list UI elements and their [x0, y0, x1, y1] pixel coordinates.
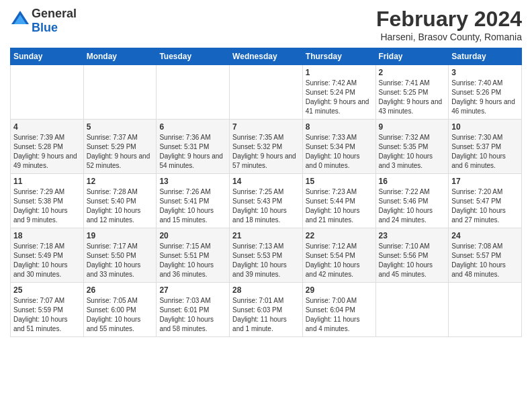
calendar-cell: 17 Sunrise: 7:20 AMSunset: 5:47 PMDaylig…	[449, 174, 522, 228]
weekday-header-monday: Monday	[83, 48, 157, 65]
day-number: 26	[87, 285, 154, 295]
day-number: 14	[232, 177, 300, 186]
calendar-cell: 16 Sunrise: 7:22 AMSunset: 5:46 PMDaylig…	[375, 174, 449, 228]
calendar-cell: 6 Sunrise: 7:36 AMSunset: 5:31 PMDayligh…	[157, 120, 230, 174]
day-detail: Sunrise: 7:41 AMSunset: 5:25 PMDaylight:…	[379, 79, 446, 116]
day-number: 3	[451, 68, 519, 77]
day-detail: Sunrise: 7:40 AMSunset: 5:26 PMDaylight:…	[451, 79, 519, 116]
day-detail: Sunrise: 7:39 AMSunset: 5:28 PMDaylight:…	[13, 133, 81, 171]
day-detail: Sunrise: 7:28 AMSunset: 5:40 PMDaylight:…	[87, 187, 154, 225]
week-row-1: 1 Sunrise: 7:42 AMSunset: 5:24 PMDayligh…	[11, 65, 522, 120]
week-row-4: 18 Sunrise: 7:18 AMSunset: 5:49 PMDaylig…	[11, 228, 522, 283]
day-detail: Sunrise: 7:12 AMSunset: 5:54 PMDaylight:…	[306, 242, 373, 279]
day-number: 20	[159, 231, 226, 240]
calendar-cell: 5 Sunrise: 7:37 AMSunset: 5:29 PMDayligh…	[83, 120, 157, 174]
calendar-cell: 21 Sunrise: 7:13 AMSunset: 5:53 PMDaylig…	[230, 228, 303, 283]
day-detail: Sunrise: 7:37 AMSunset: 5:29 PMDaylight:…	[87, 133, 154, 171]
day-number: 7	[232, 122, 300, 132]
day-number: 18	[13, 231, 81, 240]
title-block: February 2024 Harseni, Brasov County, Ro…	[376, 7, 522, 42]
week-row-3: 11 Sunrise: 7:29 AMSunset: 5:38 PMDaylig…	[11, 174, 522, 228]
week-row-5: 25 Sunrise: 7:07 AMSunset: 5:59 PMDaylig…	[11, 283, 522, 337]
calendar-cell: 10 Sunrise: 7:30 AMSunset: 5:37 PMDaylig…	[449, 120, 522, 174]
calendar-cell: 8 Sunrise: 7:33 AMSunset: 5:34 PMDayligh…	[302, 120, 375, 174]
calendar-cell: 4 Sunrise: 7:39 AMSunset: 5:28 PMDayligh…	[11, 120, 84, 174]
day-detail: Sunrise: 7:10 AMSunset: 5:56 PMDaylight:…	[379, 242, 446, 279]
day-number: 19	[87, 231, 154, 240]
day-detail: Sunrise: 7:25 AMSunset: 5:43 PMDaylight:…	[232, 187, 300, 225]
weekday-header-sunday: Sunday	[11, 48, 84, 65]
calendar-cell: 1 Sunrise: 7:42 AMSunset: 5:24 PMDayligh…	[302, 65, 375, 120]
calendar-cell: 24 Sunrise: 7:08 AMSunset: 5:57 PMDaylig…	[449, 228, 522, 283]
calendar-cell: 23 Sunrise: 7:10 AMSunset: 5:56 PMDaylig…	[375, 228, 449, 283]
day-detail: Sunrise: 7:23 AMSunset: 5:44 PMDaylight:…	[306, 187, 373, 225]
day-number: 16	[379, 177, 446, 186]
calendar-cell: 29 Sunrise: 7:00 AMSunset: 6:04 PMDaylig…	[302, 283, 375, 337]
weekday-header-row: SundayMondayTuesdayWednesdayThursdayFrid…	[11, 48, 522, 65]
calendar-cell: 2 Sunrise: 7:41 AMSunset: 5:25 PMDayligh…	[375, 65, 449, 120]
day-detail: Sunrise: 7:35 AMSunset: 5:32 PMDaylight:…	[232, 133, 300, 171]
calendar-cell: 18 Sunrise: 7:18 AMSunset: 5:49 PMDaylig…	[11, 228, 84, 283]
calendar-cell: 14 Sunrise: 7:25 AMSunset: 5:43 PMDaylig…	[230, 174, 303, 228]
day-detail: Sunrise: 7:22 AMSunset: 5:46 PMDaylight:…	[379, 187, 446, 225]
calendar-cell: 20 Sunrise: 7:15 AMSunset: 5:51 PMDaylig…	[157, 228, 230, 283]
calendar-cell	[11, 65, 84, 120]
logo-text: General Blue	[32, 7, 77, 35]
day-detail: Sunrise: 7:30 AMSunset: 5:37 PMDaylight:…	[451, 133, 519, 171]
calendar-cell: 3 Sunrise: 7:40 AMSunset: 5:26 PMDayligh…	[449, 65, 522, 120]
calendar-cell: 13 Sunrise: 7:26 AMSunset: 5:41 PMDaylig…	[157, 174, 230, 228]
calendar-cell: 26 Sunrise: 7:05 AMSunset: 6:00 PMDaylig…	[83, 283, 157, 337]
day-number: 15	[306, 177, 373, 186]
day-detail: Sunrise: 7:00 AMSunset: 6:04 PMDaylight:…	[306, 296, 373, 334]
calendar-cell: 15 Sunrise: 7:23 AMSunset: 5:44 PMDaylig…	[302, 174, 375, 228]
day-detail: Sunrise: 7:01 AMSunset: 6:03 PMDaylight:…	[232, 296, 300, 334]
day-detail: Sunrise: 7:32 AMSunset: 5:35 PMDaylight:…	[379, 133, 446, 171]
day-detail: Sunrise: 7:26 AMSunset: 5:41 PMDaylight:…	[159, 187, 226, 225]
calendar-cell: 27 Sunrise: 7:03 AMSunset: 6:01 PMDaylig…	[157, 283, 230, 337]
calendar-cell	[83, 65, 157, 120]
day-number: 24	[451, 231, 519, 240]
calendar-cell: 9 Sunrise: 7:32 AMSunset: 5:35 PMDayligh…	[375, 120, 449, 174]
day-detail: Sunrise: 7:20 AMSunset: 5:47 PMDaylight:…	[451, 187, 519, 225]
day-detail: Sunrise: 7:05 AMSunset: 6:00 PMDaylight:…	[87, 296, 154, 334]
calendar-cell: 11 Sunrise: 7:29 AMSunset: 5:38 PMDaylig…	[11, 174, 84, 228]
day-number: 12	[87, 177, 154, 186]
calendar-cell	[449, 283, 522, 337]
day-number: 9	[379, 122, 446, 132]
day-detail: Sunrise: 7:42 AMSunset: 5:24 PMDaylight:…	[306, 79, 373, 116]
calendar-cell: 22 Sunrise: 7:12 AMSunset: 5:54 PMDaylig…	[302, 228, 375, 283]
day-number: 1	[306, 68, 373, 77]
day-number: 2	[379, 68, 446, 77]
day-number: 8	[306, 122, 373, 132]
day-number: 28	[232, 285, 300, 295]
weekday-header-friday: Friday	[375, 48, 449, 65]
calendar-cell	[375, 283, 449, 337]
day-number: 10	[451, 122, 519, 132]
day-detail: Sunrise: 7:18 AMSunset: 5:49 PMDaylight:…	[13, 242, 81, 279]
day-detail: Sunrise: 7:33 AMSunset: 5:34 PMDaylight:…	[306, 133, 373, 171]
day-number: 27	[159, 285, 226, 295]
month-title: February 2024	[376, 7, 522, 32]
calendar-cell: 25 Sunrise: 7:07 AMSunset: 5:59 PMDaylig…	[11, 283, 84, 337]
calendar-cell: 28 Sunrise: 7:01 AMSunset: 6:03 PMDaylig…	[230, 283, 303, 337]
day-number: 22	[306, 231, 373, 240]
day-number: 25	[13, 285, 81, 295]
day-detail: Sunrise: 7:15 AMSunset: 5:51 PMDaylight:…	[159, 242, 226, 279]
location-title: Harseni, Brasov County, Romania	[376, 32, 522, 42]
day-detail: Sunrise: 7:08 AMSunset: 5:57 PMDaylight:…	[451, 242, 519, 279]
day-number: 17	[451, 177, 519, 186]
calendar-table: SundayMondayTuesdayWednesdayThursdayFrid…	[10, 48, 522, 337]
day-detail: Sunrise: 7:17 AMSunset: 5:50 PMDaylight:…	[87, 242, 154, 279]
week-row-2: 4 Sunrise: 7:39 AMSunset: 5:28 PMDayligh…	[11, 120, 522, 174]
day-detail: Sunrise: 7:29 AMSunset: 5:38 PMDaylight:…	[13, 187, 81, 225]
day-number: 21	[232, 231, 300, 240]
day-detail: Sunrise: 7:03 AMSunset: 6:01 PMDaylight:…	[159, 296, 226, 334]
day-detail: Sunrise: 7:36 AMSunset: 5:31 PMDaylight:…	[159, 133, 226, 171]
day-number: 29	[306, 285, 373, 295]
weekday-header-tuesday: Tuesday	[157, 48, 230, 65]
weekday-header-saturday: Saturday	[449, 48, 522, 65]
logo: General Blue	[10, 7, 77, 35]
calendar-cell: 12 Sunrise: 7:28 AMSunset: 5:40 PMDaylig…	[83, 174, 157, 228]
calendar-cell	[157, 65, 230, 120]
day-detail: Sunrise: 7:07 AMSunset: 5:59 PMDaylight:…	[13, 296, 81, 334]
